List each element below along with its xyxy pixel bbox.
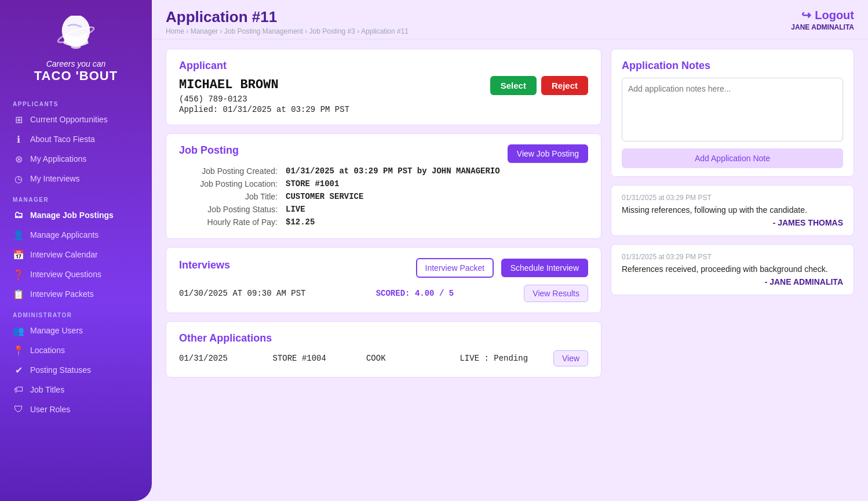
job-created-row: Job Posting Created: 01/31/2025 at 03:29…: [180, 164, 587, 176]
breadcrumb-manager[interactable]: Manager: [191, 27, 218, 35]
view-job-posting-button[interactable]: View Job Posting: [508, 144, 588, 163]
logout-area: ↪ Logout JANE ADMINALITA: [791, 8, 854, 31]
info-icon: ℹ: [13, 133, 24, 145]
note-card-1: 01/31/2025 at 03:29 PM PST Missing refer…: [611, 185, 854, 236]
note-2-timestamp: 01/31/2025 at 03:29 PM PST: [622, 253, 843, 261]
breadcrumb-sep3: ›: [305, 27, 309, 35]
note-2-author: - JANE ADMINALITA: [622, 277, 843, 286]
breadcrumb-application[interactable]: Application #11: [361, 27, 409, 35]
packet-icon: 📋: [13, 288, 24, 300]
sidebar-item-about-taco-fiesta[interactable]: ℹ About Taco Fiesta: [0, 129, 152, 149]
breadcrumb-home[interactable]: Home: [166, 27, 184, 35]
job-status-value: LIVE: [286, 202, 587, 214]
interviews-header: Interviews Interview Packet Schedule Int…: [179, 258, 588, 278]
sidebar-item-posting-statuses[interactable]: ✔ Posting Statuses: [0, 360, 152, 380]
sidebar-label-job-titles: Job Titles: [30, 385, 64, 394]
sidebar-item-manage-job-postings[interactable]: 🗂 Manage Job Postings: [0, 205, 152, 225]
applicant-phone: (456) 789-0123: [179, 95, 349, 104]
breadcrumb-sep2: ›: [220, 27, 224, 35]
breadcrumb: Home › Manager › Job Posting Management …: [166, 27, 409, 35]
note-1-text: Missing references, following up with th…: [622, 205, 843, 215]
reject-button[interactable]: Reject: [541, 76, 588, 95]
tag-icon: 🏷: [13, 384, 24, 395]
applicant-card: Applicant MICHAEL BROWN (456) 789-0123 A…: [166, 49, 601, 125]
job-created-value: 01/31/2025 at 03:29 PM PST by JOHN MANAG…: [286, 164, 587, 176]
sidebar-label-interview-packets: Interview Packets: [30, 289, 94, 299]
applicant-actions: Select Reject: [490, 60, 588, 95]
application-notes-textarea[interactable]: [622, 78, 843, 141]
page-title: Application #11: [166, 8, 409, 26]
sidebar-item-user-roles[interactable]: 🛡 User Roles: [0, 400, 152, 419]
sidebar-label-my-applications: My Applications: [30, 154, 86, 164]
schedule-interview-button[interactable]: Schedule Interview: [501, 259, 588, 277]
applicant-card-title: Applicant: [179, 60, 349, 72]
clock-icon: ◷: [13, 173, 24, 184]
sidebar-item-locations[interactable]: 📍 Locations: [0, 340, 152, 360]
view-results-button[interactable]: View Results: [524, 285, 588, 302]
job-title-label: Job Title:: [180, 190, 285, 201]
section-label-manager: MANAGER: [0, 188, 152, 205]
job-location-value: STORE #1001: [286, 177, 587, 188]
job-location-row: Job Posting Location: STORE #1001: [180, 177, 587, 188]
job-pay-label: Hourly Rate of Pay:: [180, 215, 285, 227]
sidebar-item-interview-questions[interactable]: ❓ Interview Questions: [0, 264, 152, 284]
sidebar-item-manage-users[interactable]: 👥 Manage Users: [0, 321, 152, 340]
select-button[interactable]: Select: [490, 76, 537, 95]
score-label: SCORED:: [376, 289, 410, 298]
calendar-icon: 📅: [13, 249, 24, 260]
sidebar-label-manage-applicants: Manage Applicants: [30, 230, 99, 239]
sidebar-brand: TACO 'BOUT: [34, 68, 118, 84]
main-area: Application #11 Home › Manager › Job Pos…: [152, 0, 868, 501]
sidebar-label-my-interviews: My Interviews: [30, 174, 80, 183]
note-card-2: 01/31/2025 at 03:29 PM PST References re…: [611, 244, 854, 295]
left-column: Applicant MICHAEL BROWN (456) 789-0123 A…: [166, 49, 601, 492]
breadcrumb-job-posting-management[interactable]: Job Posting Management: [224, 27, 303, 35]
logout-arrow-icon: ↪: [801, 8, 811, 22]
sidebar-label-manage-job-postings: Manage Job Postings: [30, 210, 114, 220]
section-label-applicants: APPLICANTS: [0, 93, 152, 110]
sidebar-label-posting-statuses: Posting Statuses: [30, 365, 91, 375]
content-area: Applicant MICHAEL BROWN (456) 789-0123 A…: [152, 39, 868, 501]
interview-packet-button[interactable]: Interview Packet: [416, 258, 494, 278]
applicant-applied: Applied: 01/31/2025 at 03:29 PM PST: [179, 105, 349, 114]
section-label-administrator: ADMINISTRATOR: [0, 304, 152, 321]
sidebar-item-manage-applicants[interactable]: 👤 Manage Applicants: [0, 225, 152, 245]
logout-label: Logout: [815, 9, 854, 22]
application-notes-card: Application Notes Add Application Note: [611, 49, 854, 177]
users-icon: 👥: [13, 325, 24, 336]
svg-point-1: [71, 45, 81, 49]
job-pay-row: Hourly Rate of Pay: $12.25: [180, 215, 587, 227]
other-app-status: LIVE : Pending: [459, 354, 553, 363]
sidebar-logo: Careers you can TACO 'BOUT: [0, 0, 152, 93]
sidebar-item-job-titles[interactable]: 🏷 Job Titles: [0, 380, 152, 400]
interview-row: 01/30/2025 AT 09:30 AM PST SCORED: 4.00 …: [179, 285, 588, 302]
person-icon: 👤: [13, 229, 24, 241]
logged-in-user: JANE ADMINALITA: [791, 23, 854, 31]
sidebar: Careers you can TACO 'BOUT APPLICANTS ⊞ …: [0, 0, 152, 501]
other-app-store: STORE #1004: [272, 354, 366, 363]
sidebar-tagline: Careers you can: [46, 59, 106, 68]
score-value: 4.00 / 5: [415, 289, 454, 298]
logo-icon: [50, 14, 102, 55]
sidebar-item-current-opportunities[interactable]: ⊞ Current Opportunities: [0, 110, 152, 129]
applicant-name: MICHAEL BROWN: [179, 78, 349, 92]
breadcrumb-job-posting[interactable]: Job Posting #3: [309, 27, 355, 35]
grid-icon: ⊞: [13, 114, 24, 125]
applicant-header: Applicant MICHAEL BROWN (456) 789-0123 A…: [179, 60, 588, 114]
other-app-view-button[interactable]: View: [553, 350, 588, 366]
sidebar-item-my-interviews[interactable]: ◷ My Interviews: [0, 169, 152, 188]
logout-button[interactable]: ↪ Logout: [801, 8, 854, 22]
sidebar-item-interview-packets[interactable]: 📋 Interview Packets: [0, 284, 152, 304]
interview-date: 01/30/2025 AT 09:30 AM PST: [179, 289, 305, 298]
question-icon: ❓: [13, 268, 24, 280]
breadcrumb-sep4: ›: [357, 27, 361, 35]
shield-icon: 🛡: [13, 404, 24, 415]
job-posting-header: Job Posting View Job Posting: [179, 144, 588, 163]
add-application-note-button[interactable]: Add Application Note: [622, 148, 843, 168]
application-notes-title: Application Notes: [622, 60, 843, 72]
job-posting-table: Job Posting Created: 01/31/2025 at 03:29…: [179, 163, 588, 228]
sidebar-label-manage-users: Manage Users: [30, 326, 83, 335]
job-status-label: Job Posting Status:: [180, 202, 285, 214]
sidebar-item-my-applications[interactable]: ⊛ My Applications: [0, 149, 152, 169]
sidebar-item-interview-calendar[interactable]: 📅 Interview Calendar: [0, 245, 152, 264]
